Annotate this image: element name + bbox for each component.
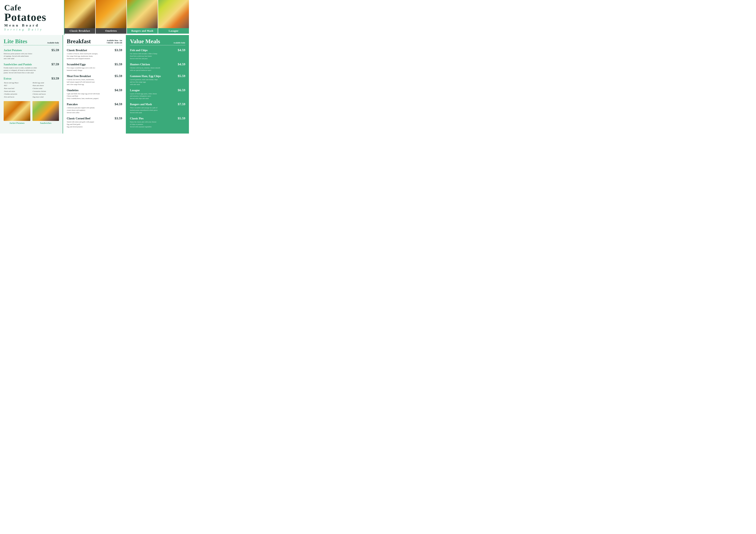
col-lite-bites: Lite Bites Available Daily Jacket Potato… [0,35,63,134]
header-label-classic-breakfast: Classic Breakfast [65,28,95,34]
item-name-classic-pies: Classic Pies [130,117,144,120]
item-name-extras: Extras [4,77,12,80]
item-price-classic-breakfast: $3.59 [115,48,122,52]
item-name-lasagne: Lasagne [130,89,140,92]
item-name-scrambled-eggs: Scrambled Eggs [67,63,86,66]
item-price-sandwiches: $7.59 [51,62,59,66]
item-price-extras: $3.59 [51,76,59,80]
item-desc-pancakes: 2 delicious pancakes topped with splenda… [67,107,122,114]
menu-item-hunters-chicken: Hunters Chicken $4.59 Chicken with bacon… [130,62,185,72]
breakfast-avail: Available Mon - Sat 7:00AM - 10:00 AM [106,39,122,44]
value-meals-divider [130,45,185,45]
item-price-omelettes: $4.59 [115,88,122,92]
item-desc-jacket-potatoes: Delicious jacket potatoes with your choi… [4,53,59,60]
item-desc-corned-beef: Sutted with onion and garlic with pepper… [67,121,122,128]
value-meals-header: Value Meals Available Daily [130,38,185,44]
bottom-label-sandwich: Sandwiches [33,122,59,124]
item-desc-meat-free: Crunchy has browns, beans, mushrooms,hal… [67,78,122,86]
item-price-fish-chips: $4.59 [178,48,185,52]
header: Cafe Potatoes Menu Board Serving Daily C… [0,0,189,35]
item-price-pancakes: $4.59 [115,102,122,106]
menu-item-lasagne: Lasagne $6.59 Layers of fresh eggs pasta… [130,88,185,100]
breakfast-divider [67,45,122,45]
extras-list: -Bacon and egg Mayo-BLT-Rare roast beef-… [4,81,59,98]
lite-bites-header: Lite Bites Available Daily [4,38,59,44]
value-meals-avail: Available Daily [174,42,185,44]
item-name-hunters-chicken: Hunters Chicken [130,63,150,66]
lite-bites-divider [4,45,59,45]
menu-item-meat-free: Meat Free Breakfast $5.59 Crunchy has br… [67,74,122,86]
item-desc-lasagne: Layers of fresh eggs pasta, white cheese… [130,92,185,100]
menu-item-bangers-mash: Bangers and Mash $7.59 Three cucumber an… [130,102,185,114]
main-content: Lite Bites Available Daily Jacket Potato… [0,35,189,134]
item-name-meat-free: Meat Free Breakfast [67,75,91,78]
menu-item-classic-breakfast: Classic Breakfast $3.59 2 rashers of bac… [67,48,122,60]
extras-col-1: -Bacon and egg Mayo-BLT-Rare roast beef-… [4,81,31,98]
menu-item-fish-chips: Fish and Chips $4.59 Our famous dish inc… [130,48,185,60]
item-name-jacket-potatoes: Jacket Potatoes [4,49,22,52]
header-image-classic-breakfast [65,0,95,28]
logo-line3: Menu Board [4,23,60,27]
item-price-scrambled-eggs: $5.59 [115,62,122,66]
item-desc-fish-chips: Our famous dish includes a fillet of dee… [130,53,185,60]
header-label-omelettes: Omelettes [96,28,126,34]
menu-item-gammon: Gammon Ham, Egg Chips $5.59 Carved gammo… [130,74,185,86]
bottom-img-jacket: Jacket Potatoes [4,101,30,124]
breakfast-header: Breakfast Available Mon - Sat 7:00AM - 1… [67,38,122,44]
lite-bites-bottom-images: Jacket Potatoes Sandwiches [4,101,59,124]
item-desc-hunters-chicken: Chicken with bacon, emental, cheese smoo… [130,67,185,72]
logo-line1: Cafe [4,4,60,12]
item-name-sandwiches: Sandwiches and Paninis [4,63,32,66]
header-panel-classic-breakfast: Classic Breakfast [65,0,95,35]
logo-line4: Serving Daily [4,28,60,31]
extras-col-2: -Boiled egg salad-Ham and cheese-Chicken… [32,81,59,98]
item-price-classic-pies: $5.59 [178,116,185,120]
header-panel-lasagne: Lasagne [158,0,189,35]
item-price-meat-free: $5.59 [115,74,122,78]
menu-item-pancakes: Pancakes $4.59 2 delicious pancakes topp… [67,102,122,114]
header-panel-bangers: Bangers and Mash [126,0,158,35]
header-images: Classic Breakfast Omelettes Bangers and … [65,0,189,35]
item-name-classic-breakfast: Classic Breakfast [67,49,87,52]
item-name-fish-chips: Fish and Chips [130,49,148,52]
item-name-omelettes: Omelettes [67,89,78,92]
header-image-bangers [127,0,158,28]
item-desc-gammon: Carved gammon, rustic and chunky chipsan… [130,78,185,86]
item-desc-classic-pies: Enjoy the classic pies with your chooseo… [130,121,185,128]
bottom-img-sandwich: Sandwiches [33,101,59,124]
item-price-corned-beef: $3.59 [115,116,122,120]
item-desc-omelettes: Light and fluffy free range egg served w… [67,92,122,100]
item-price-lasagne: $6.59 [178,88,185,92]
item-price-jacket-potatoes: $5.59 [51,48,59,52]
item-desc-scrambled-eggs: Free-range scrambled eggs serve with ric… [67,67,122,72]
col-value-meals: Value Meals Available Daily Fish and Chi… [126,35,189,134]
logo-block: Cafe Potatoes Menu Board Serving Daily [0,0,64,35]
item-desc-classic-breakfast: 2 rashers of bacon, farm-reared pork sau… [67,53,122,60]
header-label-bangers: Bangers and Mash [127,28,158,34]
menu-item-omelettes: Omelettes $4.59 Light and fluffy free ra… [67,88,122,100]
menu-item-corned-beef: Classic Corned Beef $3.59 Sutted with on… [67,116,122,128]
item-desc-sandwiches: Freshly made in store to order, availabl… [4,67,59,74]
menu-item-sandwiches: Sandwiches and Paninis $7.59 Freshly mad… [4,62,59,74]
item-name-corned-beef: Classic Corned Beef [67,117,90,120]
item-name-bangers-mash: Bangers and Mash [130,103,152,106]
item-price-gammon: $5.59 [178,74,185,78]
item-name-gammon: Gammon Ham, Egg Chips [130,75,161,78]
menu-item-jacket-potatoes: Jacket Potatoes $5.59 Delicious jacket p… [4,48,59,60]
col-breakfast: Breakfast Available Mon - Sat 7:00AM - 1… [63,35,126,134]
menu-item-scrambled-eggs: Scrambled Eggs $5.59 Free-range scramble… [67,62,122,72]
lite-bites-title: Lite Bites [4,38,27,44]
breakfast-title: Breakfast [67,38,91,44]
menu-item-extras: Extras $3.59 -Bacon and egg Mayo-BLT-Rar… [4,76,59,98]
bottom-image-sandwich [33,101,59,121]
item-desc-bangers-mash: Three cucumber and sausage on a pile ofm… [130,107,185,114]
menu-item-classic-pies: Classic Pies $5.59 Enjoy the classic pie… [130,116,185,128]
value-meals-title: Value Meals [130,38,160,44]
item-name-pancakes: Pancakes [67,103,78,106]
bottom-label-jacket: Jacket Potatoes [4,122,30,124]
lite-bites-avail: Available Daily [47,42,59,44]
item-price-hunters-chicken: $4.59 [178,62,185,66]
header-label-lasagne: Lasagne [158,28,189,34]
item-price-bangers-mash: $7.59 [178,102,185,106]
bottom-image-jacket [4,101,30,121]
